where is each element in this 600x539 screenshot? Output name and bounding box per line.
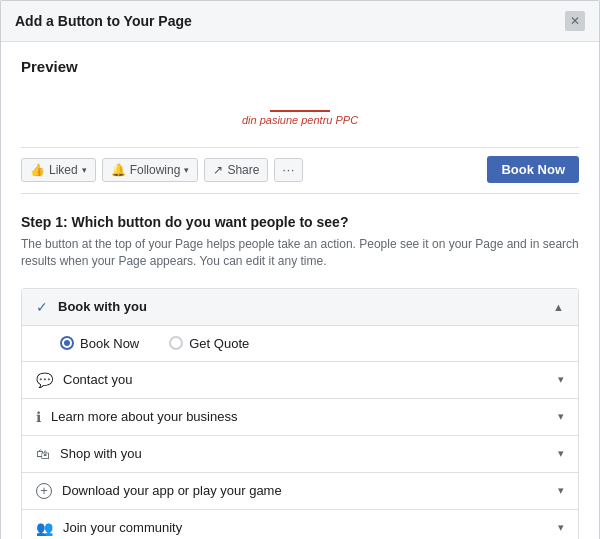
download-app-chevron-icon: ▾: [558, 484, 564, 497]
option-download-app-label: Download your app or play your game: [62, 483, 282, 498]
option-learn-more-left: ℹ Learn more about your business: [36, 409, 237, 425]
option-shop-with-you-left: 🛍 Shop with you: [36, 446, 142, 462]
option-download-app-left: + Download your app or play your game: [36, 483, 282, 499]
option-download-app-header[interactable]: + Download your app or play your game ▾: [22, 473, 578, 509]
page-actions: 👍 Liked ▾ 🔔 Following ▾ ↗ Share: [21, 147, 579, 194]
step-heading-rest: Which button do you want people to see?: [68, 214, 349, 230]
step-section: Step 1: Which button do you want people …: [1, 200, 599, 288]
more-options-button[interactable]: ···: [274, 158, 303, 182]
preview-page: din pasiune pentru PPC 👍 Liked ▾ 🔔 Follo…: [21, 87, 579, 200]
page-logo: din pasiune pentru PPC: [240, 97, 360, 137]
modal-header: Add a Button to Your Page ✕: [1, 1, 599, 42]
option-contact-you-left: 💬 Contact you: [36, 372, 132, 388]
option-contact-you: 💬 Contact you ▾: [22, 362, 578, 399]
option-book-with-you-header[interactable]: ✓ Book with you ▲: [22, 289, 578, 325]
options-list: ✓ Book with you ▲ Book Now Get Quote: [21, 288, 579, 539]
modal-body: Preview din pasiune pentru PPC 👍 Liked ▾: [1, 42, 599, 539]
share-label: Share: [227, 163, 259, 177]
download-icon: +: [36, 483, 52, 499]
info-icon: ℹ: [36, 409, 41, 425]
option-shop-with-you-label: Shop with you: [60, 446, 142, 461]
option-learn-more-header[interactable]: ℹ Learn more about your business ▾: [22, 399, 578, 435]
book-with-you-subitems: Book Now Get Quote: [22, 325, 578, 361]
learn-more-chevron-icon: ▾: [558, 410, 564, 423]
preview-label: Preview: [21, 58, 579, 75]
shop-icon: 🛍: [36, 446, 50, 462]
option-learn-more-label: Learn more about your business: [51, 409, 237, 424]
check-icon: ✓: [36, 299, 48, 315]
step-description: The button at the top of your Page helps…: [21, 236, 579, 270]
bell-icon: 🔔: [111, 163, 126, 177]
option-shop-with-you: 🛍 Shop with you ▾: [22, 436, 578, 473]
option-book-with-you-left: ✓ Book with you: [36, 299, 147, 315]
get-quote-subitem-label: Get Quote: [189, 336, 249, 351]
share-icon: ↗: [213, 163, 223, 177]
logo-bar: [270, 110, 330, 112]
option-contact-you-header[interactable]: 💬 Contact you ▾: [22, 362, 578, 398]
option-download-app: + Download your app or play your game ▾: [22, 473, 578, 510]
following-label: Following: [130, 163, 181, 177]
liked-label: Liked: [49, 163, 78, 177]
book-now-preview-button[interactable]: Book Now: [487, 156, 579, 183]
option-shop-with-you-header[interactable]: 🛍 Shop with you ▾: [22, 436, 578, 472]
option-book-with-you-label: Book with you: [58, 299, 147, 314]
following-chevron-icon: ▾: [184, 165, 189, 175]
share-button[interactable]: ↗ Share: [204, 158, 268, 182]
community-icon: 👥: [36, 520, 53, 536]
thumbs-up-icon: 👍: [30, 163, 45, 177]
step-heading-bold: Step 1:: [21, 214, 68, 230]
page-actions-left: 👍 Liked ▾ 🔔 Following ▾ ↗ Share: [21, 158, 487, 182]
option-join-community-left: 👥 Join your community: [36, 520, 182, 536]
subitem-book-now[interactable]: Book Now: [60, 336, 139, 351]
option-contact-you-label: Contact you: [63, 372, 132, 387]
modal-title: Add a Button to Your Page: [15, 13, 192, 29]
book-now-subitem-label: Book Now: [80, 336, 139, 351]
subitem-get-quote[interactable]: Get Quote: [169, 336, 249, 351]
following-button[interactable]: 🔔 Following ▾: [102, 158, 199, 182]
option-join-community: 👥 Join your community ▾: [22, 510, 578, 539]
preview-section: Preview din pasiune pentru PPC 👍 Liked ▾: [1, 42, 599, 200]
option-join-community-header[interactable]: 👥 Join your community ▾: [22, 510, 578, 539]
book-with-you-chevron-icon: ▲: [553, 301, 564, 313]
contact-you-chevron-icon: ▾: [558, 373, 564, 386]
get-quote-radio[interactable]: [169, 336, 183, 350]
liked-chevron-icon: ▾: [82, 165, 87, 175]
option-join-community-label: Join your community: [63, 520, 182, 535]
join-community-chevron-icon: ▾: [558, 521, 564, 534]
option-book-with-you: ✓ Book with you ▲ Book Now Get Quote: [22, 289, 578, 362]
liked-button[interactable]: 👍 Liked ▾: [21, 158, 96, 182]
shop-with-you-chevron-icon: ▾: [558, 447, 564, 460]
modal-container: Add a Button to Your Page ✕ Preview din …: [0, 0, 600, 539]
step-heading: Step 1: Which button do you want people …: [21, 214, 579, 230]
book-now-radio[interactable]: [60, 336, 74, 350]
close-button[interactable]: ✕: [565, 11, 585, 31]
contact-icon: 💬: [36, 372, 53, 388]
dots-icon: ···: [282, 163, 295, 177]
option-learn-more: ℹ Learn more about your business ▾: [22, 399, 578, 436]
logo-text: din pasiune pentru PPC: [242, 114, 358, 126]
